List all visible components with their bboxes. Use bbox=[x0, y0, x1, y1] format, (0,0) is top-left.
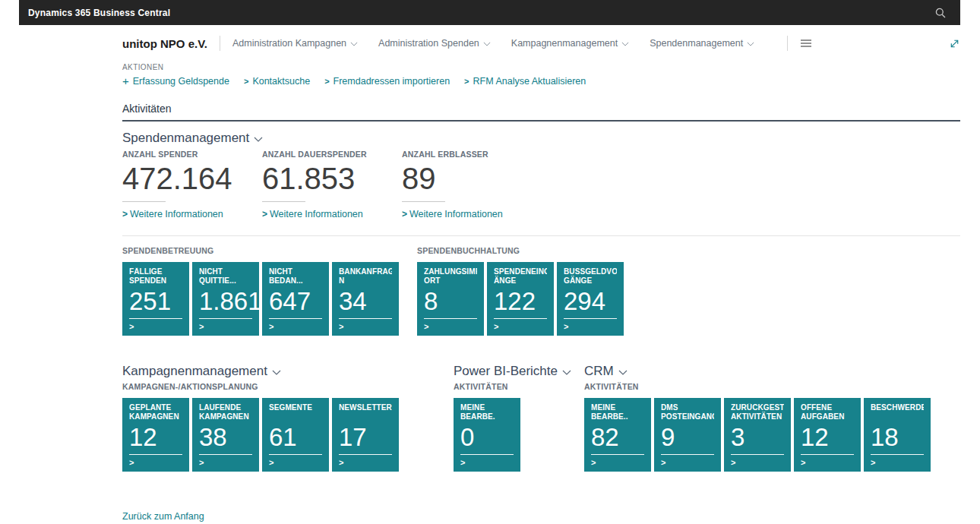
tile-value: 82 bbox=[591, 425, 644, 454]
section-sublabel: AKTIVITÄTEN bbox=[584, 382, 931, 391]
tile-value: 3 bbox=[731, 425, 784, 454]
kpi-value[interactable]: 89 bbox=[402, 163, 503, 194]
tile-divider bbox=[801, 454, 854, 455]
cue-tile[interactable]: MEINE BEARBE.. KONTAKTE82> bbox=[584, 398, 651, 472]
tile-row-sections: KampagnenmanagementKAMPAGNEN-/AKTIONSPLA… bbox=[122, 364, 960, 472]
expand-icon[interactable] bbox=[949, 38, 960, 49]
cue-tile[interactable]: GEPLANTE KAMPAGNEN12> bbox=[122, 398, 189, 472]
chevron-right-icon: > bbox=[460, 459, 514, 467]
cue-tile[interactable]: NEWSLETTER17> bbox=[332, 398, 399, 472]
chevron-right-icon: > bbox=[199, 459, 252, 467]
nav-divider bbox=[787, 36, 788, 51]
kpi-more-info-link[interactable]: >Weitere Informationen bbox=[122, 209, 223, 219]
cue-tile[interactable]: BESCHWERDEN18> bbox=[864, 398, 931, 472]
tile-list: GEPLANTE KAMPAGNEN12>LAUFENDE KAMPAGNEN3… bbox=[122, 398, 399, 472]
chevron-right-icon: > bbox=[244, 77, 248, 86]
cue-tile[interactable]: SPENDENEING ÄNGE122> bbox=[487, 262, 554, 336]
cue-tile[interactable]: ZAHLUNGSIMP ORT8> bbox=[417, 262, 484, 336]
section-heading[interactable]: Power BI-Berichte bbox=[454, 364, 571, 379]
tile-divider bbox=[269, 318, 322, 319]
tile-label: BESCHWERDEN bbox=[871, 403, 924, 421]
chevron-down-icon bbox=[618, 370, 628, 375]
page-content: unitop NPO e.V. Administration Kampagnen… bbox=[122, 25, 960, 522]
tile-divider bbox=[199, 318, 252, 319]
cue-tile[interactable]: NICHT BEDAN... SPENDEN647> bbox=[262, 262, 329, 336]
action-link-item[interactable]: >Fremdadressen importieren bbox=[324, 76, 450, 87]
chevron-right-icon: > bbox=[269, 459, 322, 467]
app-title[interactable]: Dynamics 365 Business Central bbox=[28, 8, 170, 18]
tile-label: GEPLANTE KAMPAGNEN bbox=[129, 403, 182, 421]
kpi-label: ANZAHL SPENDER bbox=[122, 150, 262, 159]
kpi-more-info-link[interactable]: >Weitere Informationen bbox=[402, 209, 503, 219]
nav-menu-item[interactable]: Administration Kampagnen bbox=[232, 38, 358, 49]
more-options-icon[interactable] bbox=[800, 39, 812, 48]
tile-divider bbox=[339, 454, 392, 455]
tile-value: 1.861 bbox=[199, 289, 252, 318]
chevron-right-icon: > bbox=[339, 459, 392, 467]
cue-tile[interactable]: BUSSGELDVOR GÄNGE294> bbox=[557, 262, 624, 336]
navigation-bar: unitop NPO e.V. Administration Kampagnen… bbox=[122, 34, 960, 52]
kpi-row: ANZAHL SPENDER472.164>Weitere Informatio… bbox=[122, 150, 960, 220]
kpi-underline bbox=[402, 201, 445, 202]
cue-tile[interactable]: SEGMENTE61> bbox=[262, 398, 329, 472]
section-divider bbox=[122, 235, 960, 236]
tile-label: LAUFENDE KAMPAGNEN bbox=[199, 403, 252, 421]
chevron-right-icon: > bbox=[199, 323, 252, 331]
tile-group: SPENDENBETREUUNGFÄLLIGE SPENDEN251>NICHT… bbox=[122, 246, 399, 336]
kpi-link-label: Weitere Informationen bbox=[130, 209, 223, 219]
cue-tile[interactable]: ZURÜCKGESTE... AKTIVITÄTEN3> bbox=[724, 398, 791, 472]
section-heading[interactable]: CRM bbox=[584, 364, 628, 379]
action-link-erfassung[interactable]: +Erfassung Geldspende bbox=[122, 76, 229, 87]
tile-value: 294 bbox=[564, 289, 617, 318]
tile-divider bbox=[661, 454, 714, 455]
chevron-down-icon bbox=[272, 370, 281, 375]
tile-group-label: SPENDENBETREUUNG bbox=[122, 246, 399, 255]
tile-list: MEINE BEARBE. KONTAKTE0> bbox=[454, 398, 520, 472]
chevron-right-icon: > bbox=[129, 459, 182, 467]
tile-value: 61 bbox=[269, 425, 322, 454]
tile-label: BANKANFRAGE N bbox=[339, 267, 392, 286]
nav-menu-item[interactable]: Kampagnenmanagement bbox=[511, 38, 629, 49]
kpi-more-info-link[interactable]: >Weitere Informationen bbox=[262, 209, 363, 219]
nav-menu-item[interactable]: Administration Spenden bbox=[378, 38, 491, 49]
section-sublabel: AKTIVITÄTEN bbox=[454, 382, 520, 391]
back-to-top-link[interactable]: Zurück zum Anfang bbox=[122, 511, 204, 522]
plus-icon: + bbox=[122, 77, 129, 86]
cue-tile[interactable]: MEINE BEARBE. KONTAKTE0> bbox=[454, 398, 520, 472]
tile-divider bbox=[269, 454, 322, 455]
search-icon[interactable] bbox=[934, 7, 947, 19]
nav-menu-label: Spendenmanagement bbox=[650, 38, 743, 49]
company-menu[interactable]: unitop NPO e.V. bbox=[122, 37, 207, 50]
cue-tile[interactable]: BANKANFRAGE N34> bbox=[332, 262, 399, 336]
tile-value: 9 bbox=[661, 425, 714, 454]
cue-tile[interactable]: OFFENE AUFGABEN12> bbox=[794, 398, 861, 472]
cue-tile[interactable]: LAUFENDE KAMPAGNEN38> bbox=[192, 398, 259, 472]
chevron-down-icon bbox=[562, 370, 571, 375]
tile-list: FÄLLIGE SPENDEN251>NICHT QUITTIE... SPEN… bbox=[122, 262, 399, 336]
section-heading[interactable]: Kampagnenmanagement bbox=[122, 364, 281, 379]
cue-tile[interactable]: FÄLLIGE SPENDEN251> bbox=[122, 262, 189, 336]
nav-menu-item[interactable]: Spendenmanagement bbox=[650, 38, 754, 49]
kpi-underline bbox=[122, 201, 166, 202]
action-link-label: Fremdadressen importieren bbox=[334, 76, 450, 87]
action-links: +Erfassung Geldspende>Kontaktsuche>Fremd… bbox=[122, 76, 960, 87]
cue-tile[interactable]: DMS POSTEINGANG9> bbox=[654, 398, 721, 472]
tile-label: ZAHLUNGSIMP ORT bbox=[424, 267, 477, 286]
action-link-label: Kontaktsuche bbox=[252, 76, 310, 87]
tile-divider bbox=[129, 454, 182, 455]
chevron-down-icon bbox=[350, 42, 358, 46]
tile-label: FÄLLIGE SPENDEN bbox=[129, 267, 182, 286]
section-heading-spendenmanagement[interactable]: Spendenmanagement bbox=[122, 131, 263, 146]
kpi-value[interactable]: 472.164 bbox=[122, 163, 262, 194]
tile-label: MEINE BEARBE.. KONTAKTE bbox=[591, 403, 644, 421]
kpi-value[interactable]: 61.853 bbox=[262, 163, 402, 194]
cue-tile[interactable]: NICHT QUITTIE... SPENDEN1.861> bbox=[192, 262, 259, 336]
chevron-down-icon bbox=[254, 137, 263, 142]
tile-label: BUSSGELDVOR GÄNGE bbox=[564, 267, 617, 286]
action-link-item[interactable]: >RFM Analyse Aktualisieren bbox=[464, 76, 586, 87]
tile-label: NICHT BEDAN... SPENDEN bbox=[269, 267, 322, 286]
chevron-right-icon: > bbox=[494, 323, 547, 331]
tile-list: MEINE BEARBE.. KONTAKTE82>DMS POSTEINGAN… bbox=[584, 398, 931, 472]
tile-label: NEWSLETTER bbox=[339, 403, 392, 421]
action-link-item[interactable]: >Kontaktsuche bbox=[244, 76, 310, 87]
